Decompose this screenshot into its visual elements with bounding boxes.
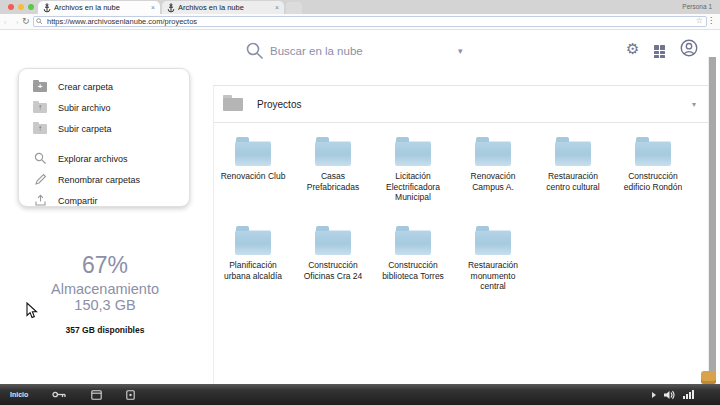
search-input[interactable] — [270, 42, 450, 60]
reload-icon[interactable]: ↻ — [22, 16, 30, 26]
anchor-icon — [43, 3, 51, 13]
tab-title: Archivos en la nube — [178, 3, 244, 12]
browser-tab-active[interactable]: Archivos en la nube × — [38, 1, 160, 14]
window-close-button[interactable] — [8, 4, 14, 10]
settings-gear-icon[interactable]: ⚙ — [626, 40, 639, 58]
folder-label: Restauración monumento central — [457, 260, 529, 292]
folder-item[interactable]: Planificación urbana alcaldía — [213, 225, 293, 314]
url-address-bar[interactable] — [33, 16, 707, 27]
url-search-icon — [36, 18, 43, 25]
folder-label: Restauración centro cultural — [537, 171, 609, 192]
storage-summary: 67% Almacenamiento 150,3 GB 357 GB dispo… — [15, 252, 195, 335]
anchor-icon — [167, 3, 175, 13]
folders-grid: Renovación Club Casas Prefabricadas Lici… — [213, 136, 699, 314]
folder-item[interactable]: Licitación Electrificadora Municipal — [373, 136, 453, 225]
folder-label: Licitación Electrificadora Municipal — [377, 171, 449, 203]
section-title: Proyectos — [257, 99, 301, 110]
mouse-cursor — [26, 302, 39, 319]
search-icon — [32, 152, 48, 165]
blue-folder-icon — [635, 141, 671, 166]
storage-percent: 67% — [15, 252, 195, 279]
folder-label: Renovación Campus A. — [457, 171, 529, 192]
taskbar-tray — [652, 390, 694, 400]
document-app-icon[interactable] — [126, 390, 135, 400]
blue-folder-icon — [395, 230, 431, 255]
menu-item-subir-carpeta[interactable]: ↑ Subir carpeta — [19, 118, 189, 139]
menu-item-label: Subir carpeta — [58, 124, 112, 134]
apps-grid-icon[interactable] — [654, 45, 667, 58]
tab-close-icon[interactable]: × — [148, 4, 155, 11]
blue-folder-icon — [315, 141, 351, 166]
gray-folder-icon — [223, 98, 243, 111]
signal-bars-icon[interactable] — [682, 390, 694, 399]
menu-item-label: Explorar archivos — [58, 154, 128, 164]
menu-item-renombrar-carpetas[interactable]: Renombrar carpetas — [19, 169, 189, 190]
start-button[interactable]: Inicio — [10, 391, 28, 398]
folder-item[interactable]: Construcción biblioteca Torres — [373, 225, 453, 314]
storage-label: Almacenamiento — [15, 281, 195, 297]
blue-folder-icon — [235, 141, 271, 166]
browser-menu-icon[interactable]: ⋮ — [707, 16, 715, 25]
browser-toolbar: ‹ › ↻ ☆ ⋮ — [0, 14, 720, 30]
folder-label: Construcción edificio Rondón — [617, 171, 689, 192]
blue-folder-icon — [235, 230, 271, 255]
content-divider-bottom — [214, 122, 708, 123]
folder-label: Casas Prefabricadas — [297, 171, 369, 192]
window-minimize-button[interactable] — [18, 4, 24, 10]
tab-close-icon[interactable]: × — [272, 4, 279, 11]
actions-menu-card: + Crear carpeta ↑ Subir archivo ↑ Subir … — [18, 68, 190, 207]
key-icon[interactable] — [52, 390, 67, 399]
window-zoom-button[interactable] — [28, 4, 34, 10]
window-app-icon[interactable] — [91, 390, 102, 400]
folder-item[interactable]: Casas Prefabricadas — [293, 136, 373, 225]
browser-profile-label: Persona 1 — [682, 3, 712, 10]
storage-available: 357 GB disponibles — [15, 325, 195, 335]
cloud-app-page: ▾ ⚙ + Crear carpeta ↑ Subir archivo ↑ S — [0, 30, 720, 384]
section-collapse-caret-icon[interactable]: ▾ — [692, 100, 696, 109]
blue-folder-icon — [475, 141, 511, 166]
menu-item-label: Compartir — [58, 196, 98, 206]
folder-label: Construcción Oficinas Cra 24 — [297, 260, 369, 281]
nav-back-forward-icons[interactable]: ‹ › — [4, 19, 23, 26]
folder-item[interactable]: Renovación Club — [213, 136, 293, 225]
speaker-icon[interactable] — [663, 390, 675, 400]
desktop-peek-icon — [701, 371, 716, 384]
storage-used: 150,3 GB — [15, 297, 195, 313]
menu-item-compartir[interactable]: Compartir — [19, 190, 189, 211]
folder-label: Renovación Club — [221, 171, 286, 182]
folder-item[interactable]: Construcción Oficinas Cra 24 — [293, 225, 373, 314]
menu-item-crear-carpeta[interactable]: + Crear carpeta — [19, 76, 189, 97]
section-header-proyectos[interactable]: Proyectos ▾ — [214, 86, 708, 122]
menu-item-label: Crear carpeta — [58, 82, 113, 92]
menu-item-subir-archivo[interactable]: ↑ Subir archivo — [19, 97, 189, 118]
search-icon — [245, 41, 265, 61]
folder-plus-icon: + — [32, 80, 48, 93]
search-dropdown-caret-icon[interactable]: ▾ — [458, 46, 463, 56]
bookmark-star-icon[interactable]: ☆ — [696, 16, 703, 25]
user-avatar-icon[interactable] — [680, 39, 698, 57]
pencil-icon — [32, 173, 48, 186]
folder-upload-icon: ↑ — [32, 122, 48, 135]
folder-item[interactable]: Renovación Campus A. — [453, 136, 533, 225]
folder-label: Construcción biblioteca Torres — [377, 260, 449, 281]
blue-folder-icon — [555, 141, 591, 166]
menu-item-explorar-archivos[interactable]: Explorar archivos — [19, 148, 189, 169]
menu-item-label: Renombrar carpetas — [58, 175, 140, 185]
blue-folder-icon — [315, 230, 351, 255]
menu-item-label: Subir archivo — [58, 103, 111, 113]
new-tab-button[interactable] — [286, 2, 302, 14]
folder-item[interactable]: Restauración monumento central — [453, 225, 533, 314]
browser-tabstrip: Archivos en la nube × Archivos en la nub… — [0, 0, 720, 14]
os-taskbar: Inicio — [0, 384, 720, 405]
folder-item[interactable]: Restauración centro cultural — [533, 136, 613, 225]
page-scrollbar-thumb[interactable] — [709, 57, 716, 383]
tab-title: Archivos en la nube — [54, 3, 120, 12]
share-icon — [32, 194, 48, 207]
browser-tab-inactive[interactable]: Archivos en la nube × — [162, 1, 284, 14]
tray-expand-icon[interactable] — [652, 392, 656, 398]
blue-folder-icon — [395, 141, 431, 166]
folder-item[interactable]: Construcción edificio Rondón — [613, 136, 693, 225]
file-upload-icon: ↑ — [32, 101, 48, 114]
blue-folder-icon — [475, 230, 511, 255]
folder-label: Planificación urbana alcaldía — [217, 260, 289, 281]
